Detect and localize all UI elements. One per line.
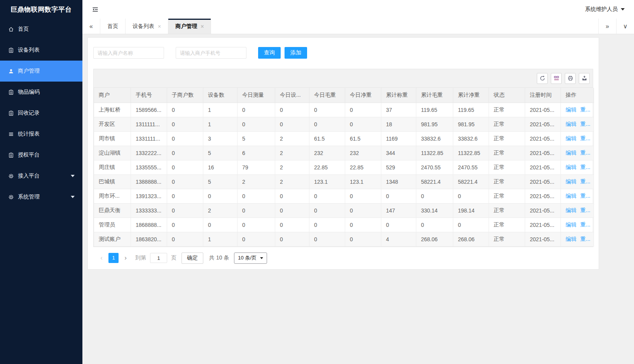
table-cell: 0 [167,203,203,218]
table-row: 淀山湖镇1332222...056223223234411322.8511322… [94,146,594,160]
table-cell: 2 [275,146,309,160]
search-row: 查询 添加 [93,47,593,59]
table-cell: 33832.6 [453,131,489,146]
tab-label: 设备列表 [133,23,154,30]
reset-link[interactable]: 重... [580,164,590,170]
table-cell: 79 [238,160,275,174]
table-cell: 0 [416,189,453,203]
table-cell: 2 [275,174,309,189]
reset-link[interactable]: 重... [580,106,590,113]
columns-filter-icon[interactable] [551,73,562,84]
reset-link[interactable]: 重... [580,193,590,199]
merchant-phone-input[interactable] [176,47,246,59]
prev-page-button[interactable]: ‹ [97,254,106,262]
page-size-select[interactable]: 10 条/页 [234,253,267,264]
table-cell: 0 [203,218,238,232]
table-row: 周庄镇1335555...01679222.8522.855292470.552… [94,160,594,174]
print-icon[interactable] [565,73,576,84]
edit-link[interactable]: 编辑 [566,207,576,213]
user-menu[interactable]: 系统维护人员 [585,6,625,13]
table-cell: 11322.85 [453,146,489,160]
export-icon[interactable] [579,73,590,84]
reset-link[interactable]: 重... [580,221,590,228]
table-cell: 0 [167,189,203,203]
column-header: 累计净重 [453,88,489,103]
edit-link[interactable]: 编辑 [566,178,576,185]
query-button[interactable]: 查询 [258,47,281,59]
edit-link[interactable]: 编辑 [566,121,576,127]
add-button[interactable]: 添加 [285,47,307,59]
reset-link[interactable]: 重... [580,178,590,185]
table-cell: 开发区 [94,117,131,131]
sidebar-item-device-list[interactable]: 设备列表 [0,40,82,61]
edit-link[interactable]: 编辑 [566,221,576,228]
table-row: 周市环...1391323...000000000正常2021-05...编辑重… [94,189,594,203]
sidebar-item-authorization-platform[interactable]: 授权平台 [0,145,82,165]
column-header: 今日净重 [345,88,381,103]
sidebar-item-home[interactable]: 首页 [0,19,82,40]
edit-link[interactable]: 编辑 [566,193,576,199]
table-cell: 1 [203,103,238,117]
edit-link[interactable]: 编辑 [566,164,576,170]
table-cell: 0 [167,160,203,174]
caret-down-icon [71,175,75,177]
confirm-page-button[interactable]: 确定 [182,253,203,264]
tab-merchant-management[interactable]: 商户管理× [168,19,211,34]
table-cell: 123.1 [309,174,345,189]
sidebar-item-merchant-management[interactable]: 商户管理 [0,61,82,82]
table-row: 开发区1311111...01000018981.95981.95正常2021-… [94,117,594,131]
reset-link[interactable]: 重... [580,150,590,156]
table-cell: 2021-05... [525,160,561,174]
sidebar-item-access-platform[interactable]: 接入平台 [0,165,82,186]
reset-link[interactable]: 重... [580,121,590,127]
reset-link[interactable]: 重... [580,207,590,213]
reset-link[interactable]: 重... [580,135,590,141]
table-cell: 2021-05... [525,103,561,117]
document-icon [8,89,14,95]
table-cell: 2 [203,203,238,218]
table-row: 巴城镇1388888...0522123.1123.1134858221.458… [94,174,594,189]
table-cell: 37 [381,103,416,117]
table-cell: 123.1 [345,174,381,189]
sidebar-item-item-code[interactable]: 物品编码 [0,82,82,103]
reset-link[interactable]: 重... [580,236,590,242]
tab-device-list[interactable]: 设备列表× [126,19,168,34]
edit-link[interactable]: 编辑 [566,150,576,156]
collapse-sidebar-icon[interactable] [92,7,99,12]
tab-label: 商户管理 [175,23,197,30]
table-header-row: 商户手机号子商户数设备数今日测量今日设...今日毛重今日净重累计称重累计毛重累计… [94,88,594,103]
tabs-scroll-right-button[interactable]: » [598,19,616,34]
column-header: 今日毛重 [309,88,345,103]
refresh-icon[interactable] [537,73,548,84]
next-page-button[interactable]: › [121,254,130,262]
sidebar-item-system-management[interactable]: 系统管理 [0,186,82,207]
edit-link[interactable]: 编辑 [566,106,576,113]
tabs-scroll-left-button[interactable]: « [82,19,100,34]
table-cell: 61.5 [309,131,345,146]
caret-down-icon [260,257,263,259]
table-cell: 2 [275,160,309,174]
table-cell: 61.5 [345,131,381,146]
table-cell: 16 [203,160,238,174]
current-page-button[interactable]: 1 [108,253,119,263]
row-actions: 编辑重... [561,160,594,174]
table-cell: 0 [167,146,203,160]
table-cell: 1169 [381,131,416,146]
column-header: 今日测量 [238,88,275,103]
table-row: 管理员1868888...000000000正常2021-05...编辑重... [94,218,594,232]
edit-link[interactable]: 编辑 [566,236,576,242]
table-cell: 0 [238,189,275,203]
top-header: 系统维护人员 [82,0,634,19]
goto-page-input[interactable] [150,253,167,263]
edit-link[interactable]: 编辑 [566,135,576,141]
document-icon [8,152,14,158]
tabs-menu-button[interactable]: ∨ [616,19,634,34]
sidebar-item-recycle-records[interactable]: 回收记录 [0,103,82,124]
close-icon[interactable]: × [201,23,204,30]
sidebar-item-statistics-report[interactable]: 统计报表 [0,124,82,145]
merchant-name-input[interactable] [93,47,164,59]
close-icon[interactable]: × [158,23,161,30]
tab-home[interactable]: 首页 [100,19,126,34]
table-cell: 正常 [489,131,525,146]
column-header: 累计称重 [381,88,416,103]
